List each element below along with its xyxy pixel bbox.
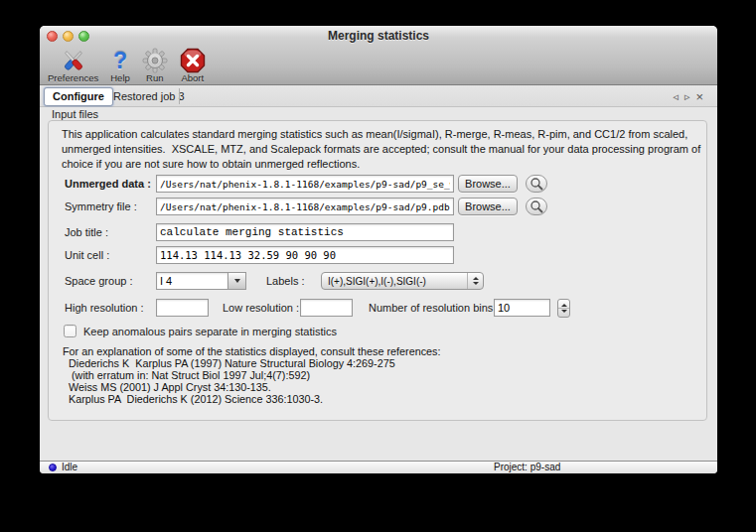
reference-line: Weiss MS (2001) J Appl Cryst 34:130-135. (63, 381, 441, 393)
zoom-window-button[interactable] (78, 31, 89, 42)
help-question-icon: ? (113, 48, 127, 73)
symmetry-file-row: Symmetry file : Browse... (49, 198, 708, 216)
labels-popup-value: I(+),SIGI(+),I(-),SIGI(-) (322, 276, 467, 287)
description-text: This application calculates standard mer… (62, 127, 707, 172)
symmetry-file-label: Symmetry file : (65, 198, 137, 215)
tab-next-icon[interactable]: ▹ (684, 90, 690, 103)
job-title-label: Job title : (65, 223, 108, 241)
unit-cell-input[interactable] (156, 246, 454, 264)
references-block: For an explanation of some of the statis… (63, 345, 441, 405)
unit-cell-label: Unit cell : (65, 246, 109, 264)
reference-line: Karplus PA Diederichs K (2012) Science 3… (63, 393, 441, 405)
abort-label: Abort (181, 72, 204, 83)
window-title: Merging statistics (40, 26, 717, 47)
input-files-groupbox: This application calculates standard mer… (48, 120, 707, 421)
reference-line: Diederichs K Karplus PA (1997) Nature St… (63, 357, 441, 369)
anomalous-checkbox-label: Keep anomalous pairs separate in merging… (83, 323, 337, 340)
space-group-combo-input[interactable] (156, 272, 228, 290)
space-group-label: Space group : (65, 272, 133, 290)
help-label: Help (110, 72, 130, 83)
tab-prev-icon[interactable]: ◃ (673, 90, 679, 103)
status-bar: Idle Project: p9-sad (40, 461, 717, 473)
labels-label: Labels : (266, 272, 305, 290)
magnifier-icon (529, 200, 544, 214)
popup-arrows-icon (467, 273, 483, 289)
input-files-section-label: Input files (52, 108, 98, 120)
run-label: Run (146, 72, 163, 83)
magnifier-icon (529, 177, 544, 192)
reference-line: For an explanation of some of the statis… (63, 345, 441, 357)
resolution-row: High resolution : Low resolution : Numbe… (49, 299, 708, 318)
unmerged-browse-button[interactable]: Browse... (458, 175, 518, 193)
tab-nav: ◃ ▹ × (673, 85, 703, 107)
window-chrome: Merging statistics (40, 26, 717, 85)
resolution-bins-stepper[interactable] (557, 299, 570, 318)
unmerged-view-button[interactable] (526, 175, 547, 193)
reference-line: (with erratum in: Nat Struct Biol 1997 J… (63, 369, 441, 381)
run-button[interactable]: Run (136, 47, 174, 83)
preferences-button[interactable]: Preferences (42, 47, 104, 83)
resolution-bins-label: Number of resolution bins : (369, 299, 499, 317)
title-bar[interactable]: Merging statistics (40, 26, 717, 47)
preferences-tools-icon (61, 48, 86, 73)
preferences-label: Preferences (48, 72, 98, 83)
labels-popup-button[interactable]: I(+),SIGI(+),I(-),SIGI(-) (321, 272, 484, 290)
job-title-row: Job title : (49, 223, 708, 242)
abort-button[interactable]: Abort (174, 47, 212, 83)
high-resolution-input[interactable] (156, 299, 209, 317)
stepper-up-icon (561, 304, 567, 307)
desktop-background: Merging statistics (0, 0, 756, 532)
symmetry-browse-button[interactable]: Browse... (458, 198, 518, 215)
space-group-row: Space group : Labels : I(+),SIGI(+),I(-)… (49, 272, 708, 291)
app-window: Merging statistics (40, 26, 717, 473)
symmetry-view-button[interactable] (526, 198, 547, 215)
unmerged-data-label: Unmerged data : (65, 175, 151, 193)
close-window-button[interactable] (47, 31, 58, 42)
unmerged-data-input[interactable] (156, 175, 454, 193)
resolution-bins-input[interactable] (494, 299, 550, 317)
minimize-window-button[interactable] (63, 31, 74, 42)
help-button[interactable]: ? Help (104, 47, 136, 83)
symmetry-file-input[interactable] (156, 198, 454, 215)
status-indicator-icon (49, 464, 57, 471)
chevron-down-icon (234, 279, 240, 283)
stepper-down-icon (561, 310, 567, 313)
unmerged-data-row: Unmerged data : Browse... (49, 175, 708, 194)
abort-stop-icon (180, 48, 206, 73)
high-resolution-label: High resolution : (65, 299, 144, 317)
tab-close-icon[interactable]: × (695, 91, 703, 102)
toolbar: Preferences ? Help (42, 47, 212, 84)
anomalous-checkbox[interactable] (64, 325, 76, 337)
space-group-dropdown-button[interactable] (228, 272, 246, 290)
job-title-input[interactable] (156, 223, 454, 241)
status-text: Idle (62, 462, 77, 473)
tab-separator (179, 88, 180, 104)
run-gear-icon (142, 48, 168, 73)
anomalous-row: Keep anomalous pairs separate in merging… (49, 323, 708, 341)
low-resolution-input[interactable] (300, 299, 353, 317)
tab-configure[interactable]: Configure (44, 87, 113, 106)
low-resolution-label: Low resolution : (223, 299, 299, 317)
unit-cell-row: Unit cell : (49, 246, 708, 265)
project-label: Project: p9-sad (494, 462, 560, 473)
tab-bar: Configure Restored job 3 ◃ ▹ × (40, 85, 717, 107)
configure-tab-panel: Input files This application calculates … (40, 107, 717, 461)
